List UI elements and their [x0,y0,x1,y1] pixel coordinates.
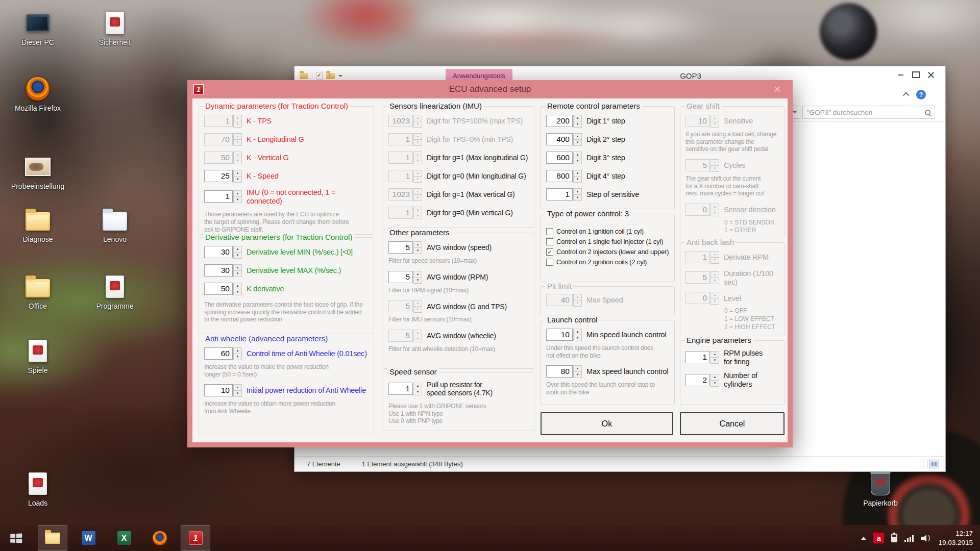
spin-up-icon[interactable]: ▲ [573,170,582,176]
spin-down-icon[interactable]: ▼ [573,176,582,183]
spin-up-icon[interactable]: ▲ [233,347,242,354]
dialog-titlebar[interactable]: 1 ECU advanced setup [187,80,793,98]
close-button[interactable] [923,69,939,80]
spin-up-icon[interactable]: ▲ [710,351,719,357]
numeric-input[interactable]: 1 [546,188,573,201]
spin-down-icon[interactable]: ▼ [710,357,719,364]
spin-down-icon[interactable]: ▼ [573,139,582,146]
folder-icon[interactable] [300,73,308,79]
spin-up-icon[interactable]: ▲ [233,384,242,390]
numeric-input[interactable]: 200 [546,115,573,127]
desktop-icon-mozilla-firefox[interactable]: Mozilla Firefox [7,75,69,112]
spin-up-icon[interactable]: ▲ [233,246,242,252]
numeric-stepper[interactable]: 2▲▼ [685,374,719,387]
numeric-stepper[interactable]: 10▲▼ [546,329,582,341]
numeric-stepper[interactable]: 1▲▼ [546,188,582,201]
battery-icon[interactable] [891,534,897,542]
numeric-stepper[interactable]: 50▲▼ [204,283,242,295]
numeric-stepper[interactable]: 5▲▼ [388,241,422,254]
spin-down-icon[interactable]: ▼ [573,121,582,128]
spin-up-icon[interactable]: ▲ [573,365,582,371]
desktop-icon-lenovo[interactable]: Lenovo [84,206,146,243]
desktop-icon-diagnose[interactable]: Diagnose [7,206,69,243]
numeric-input[interactable]: 80 [546,365,573,378]
numeric-stepper[interactable]: 25▲▼ [204,170,242,183]
spin-down-icon[interactable]: ▼ [233,390,242,397]
spin-up-icon[interactable]: ▲ [233,190,242,196]
numeric-stepper[interactable]: 1▲▼ [685,351,719,364]
start-button[interactable] [0,525,32,551]
desktop-icon-sicherheit[interactable]: Sicherheit [84,9,146,46]
spin-down-icon[interactable]: ▼ [413,247,422,254]
desktop-icon-loads[interactable]: Loads [7,470,69,507]
new-folder-icon[interactable] [326,73,335,79]
ok-button[interactable]: Ok [541,412,673,435]
taskbar-clock[interactable]: 12:17 19.03.2015 [938,529,975,547]
taskbar-firefox-button[interactable] [145,525,175,551]
taskbar-word-button[interactable] [74,525,103,551]
spin-up-icon[interactable]: ▲ [233,170,242,176]
spin-down-icon[interactable]: ▼ [233,196,242,203]
search-input[interactable]: "GOP3" durchsuchen [802,106,935,119]
checkbox[interactable] [546,228,553,235]
numeric-input[interactable]: 800 [546,170,573,182]
cancel-button[interactable]: Cancel [680,412,785,435]
numeric-stepper[interactable]: 30▲▼ [204,246,242,259]
details-view-icon[interactable] [918,460,927,468]
numeric-stepper[interactable]: 5▲▼ [388,271,422,284]
spin-down-icon[interactable]: ▼ [413,277,422,284]
taskbar-explorer-button[interactable] [38,525,67,551]
numeric-stepper[interactable]: 30▲▼ [204,264,242,277]
numeric-stepper[interactable]: 1▲▼ [388,383,422,395]
help-icon[interactable]: ? [916,90,926,99]
spin-up-icon[interactable]: ▲ [573,115,582,121]
numeric-stepper[interactable]: 80▲▼ [546,365,582,378]
taskbar-excel-button[interactable] [109,525,139,551]
spin-down-icon[interactable]: ▼ [233,354,242,360]
numeric-stepper[interactable]: 1▲▼ [204,190,242,203]
desktop-icon-office[interactable]: Office [7,273,69,310]
numeric-input[interactable]: 5 [388,241,413,254]
numeric-input[interactable]: 1 [204,190,233,203]
numeric-input[interactable]: 30 [204,264,233,277]
numeric-input[interactable]: 60 [204,347,233,360]
spin-up-icon[interactable]: ▲ [573,133,582,139]
spin-up-icon[interactable]: ▲ [413,271,422,277]
desktop-icon-dieser-pc[interactable]: Dieser PC [7,9,69,46]
spin-up-icon[interactable]: ▲ [710,374,719,380]
spin-down-icon[interactable]: ▼ [710,380,719,387]
spin-down-icon[interactable]: ▼ [233,289,242,295]
numeric-input[interactable]: 10 [204,384,233,396]
spin-up-icon[interactable]: ▲ [573,152,582,158]
spin-up-icon[interactable]: ▲ [573,188,582,194]
spin-down-icon[interactable]: ▼ [573,194,582,201]
numeric-stepper[interactable]: 10▲▼ [204,384,242,397]
spin-up-icon[interactable]: ▲ [233,283,242,289]
collapse-ribbon-icon[interactable] [903,92,910,99]
spin-down-icon[interactable]: ▼ [233,176,242,183]
thumbnail-view-icon[interactable] [929,460,939,468]
spin-up-icon[interactable]: ▲ [573,329,582,335]
checkbox[interactable] [546,238,553,245]
desktop-icon-probeeinstellung[interactable]: Probeeinstellung [7,153,69,190]
maximize-button[interactable] [908,69,923,80]
numeric-input[interactable]: 10 [546,329,573,341]
numeric-input[interactable]: 400 [546,133,573,145]
numeric-input[interactable]: 1 [388,383,413,395]
spin-down-icon[interactable]: ▼ [573,371,582,378]
spin-down-icon[interactable]: ▼ [573,335,582,341]
numeric-stepper[interactable]: 400▲▼ [546,133,582,146]
numeric-input[interactable]: 1 [685,351,710,363]
properties-icon[interactable] [316,72,323,80]
desktop-icon-programme[interactable]: Programme [84,273,146,310]
spin-down-icon[interactable]: ▼ [233,270,242,277]
spin-up-icon[interactable]: ▲ [233,264,242,270]
taskbar-gripone-button[interactable] [181,525,210,551]
spin-up-icon[interactable]: ▲ [413,383,422,389]
checkbox[interactable] [546,259,553,266]
numeric-stepper[interactable]: 60▲▼ [204,347,242,360]
dialog-close-icon[interactable] [771,84,783,94]
spin-down-icon[interactable]: ▼ [573,158,582,164]
network-signal-icon[interactable] [904,535,914,542]
tray-expand-icon[interactable] [861,537,866,540]
